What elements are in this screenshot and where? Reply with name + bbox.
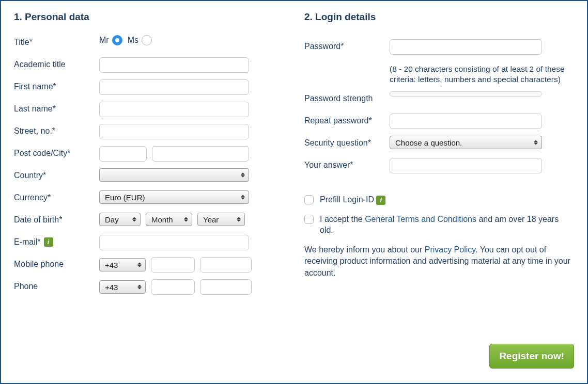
- row-password: Password* (8 - 20 characters consisting …: [304, 39, 574, 85]
- prefill-label-wrap: Prefill Login-ID i: [320, 194, 385, 205]
- dob-month-select[interactable]: Month: [146, 213, 192, 226]
- row-repeat: Repeat password*: [304, 114, 574, 129]
- radio-mr[interactable]: [112, 35, 122, 45]
- radio-mr-item[interactable]: Mr: [99, 35, 122, 45]
- label-mobile: Mobile phone: [14, 257, 99, 269]
- row-firstname: First name*: [14, 79, 284, 95]
- row-currency: Currency* Euro (EUR): [14, 190, 284, 206]
- label-postcity: Post code/City*: [14, 146, 99, 158]
- personal-data-column: 1. Personal data Title* Mr Ms Academic t…: [14, 11, 284, 373]
- radio-ms[interactable]: [142, 35, 152, 45]
- info-icon[interactable]: i: [44, 237, 53, 247]
- label-password: Password*: [304, 39, 390, 51]
- row-strength: Password strength: [304, 91, 574, 107]
- row-title: Title* Mr Ms: [14, 35, 284, 51]
- label-title: Title*: [14, 35, 99, 47]
- section2-heading: 2. Login details: [304, 11, 574, 23]
- register-button[interactable]: Register now!: [489, 344, 574, 369]
- label-dob: Date of birth*: [14, 213, 99, 225]
- phone-cc-select[interactable]: +43: [99, 280, 146, 294]
- label-email: E-mail* i: [14, 235, 99, 247]
- academic-title-input[interactable]: [99, 57, 249, 73]
- country-select[interactable]: [99, 168, 249, 182]
- terms-link[interactable]: General Terms and Conditions: [365, 215, 476, 223]
- phone-area-input[interactable]: [151, 279, 195, 295]
- row-dob: Date of birth* Day Month Year: [14, 213, 284, 228]
- currency-select[interactable]: Euro (EUR): [99, 190, 249, 204]
- label-repeat: Repeat password*: [304, 114, 390, 125]
- repeat-password-input[interactable]: [390, 114, 542, 129]
- label-answer: Your answer*: [304, 158, 390, 170]
- password-input[interactable]: [390, 39, 542, 55]
- row-mobile: Mobile phone +43: [14, 257, 284, 273]
- city-input[interactable]: [152, 146, 249, 162]
- email-input[interactable]: [99, 235, 249, 250]
- label-firstname: First name*: [14, 79, 99, 91]
- row-postcity: Post code/City*: [14, 146, 284, 162]
- mobile-number-input[interactable]: [200, 257, 252, 273]
- firstname-input[interactable]: [99, 79, 249, 95]
- label-academic: Academic title: [14, 57, 99, 69]
- prefill-checkbox[interactable]: [304, 195, 314, 204]
- info-icon[interactable]: i: [376, 196, 385, 205]
- dob-year-select[interactable]: Year: [197, 213, 245, 226]
- mobile-cc-select[interactable]: +43: [99, 258, 146, 271]
- lastname-input[interactable]: [99, 102, 249, 117]
- postcode-input[interactable]: [99, 146, 147, 162]
- dob-day-select[interactable]: Day: [99, 213, 141, 226]
- row-lastname: Last name*: [14, 102, 284, 117]
- row-email: E-mail* i: [14, 235, 284, 250]
- label-currency: Currency*: [14, 190, 99, 202]
- registration-form: 1. Personal data Title* Mr Ms Academic t…: [0, 0, 588, 384]
- radio-ms-item[interactable]: Ms: [128, 35, 152, 45]
- phone-number-input[interactable]: [200, 279, 252, 295]
- label-lastname: Last name*: [14, 102, 99, 114]
- privacy-link[interactable]: Privacy Policy: [425, 245, 475, 254]
- street-input[interactable]: [99, 124, 249, 139]
- title-radio-group: Mr Ms: [99, 35, 284, 45]
- mobile-area-input[interactable]: [151, 257, 195, 273]
- security-question-select[interactable]: Choose a question.: [390, 136, 542, 149]
- label-country: Country*: [14, 168, 99, 180]
- label-security: Security question*: [304, 136, 390, 148]
- answer-input[interactable]: [390, 158, 542, 173]
- row-security: Security question* Choose a question.: [304, 136, 574, 151]
- row-phone: Phone +43: [14, 279, 284, 295]
- row-country: Country*: [14, 168, 284, 184]
- prefill-row: Prefill Login-ID i: [304, 194, 574, 205]
- row-academic: Academic title: [14, 57, 284, 73]
- terms-checkbox[interactable]: [304, 215, 314, 224]
- login-details-column: 2. Login details Password* (8 - 20 chara…: [304, 11, 574, 373]
- radio-ms-label: Ms: [128, 36, 138, 45]
- row-answer: Your answer*: [304, 158, 574, 173]
- label-street: Street, no.*: [14, 124, 99, 136]
- terms-row: I accept the General Terms and Condition…: [304, 214, 574, 236]
- label-phone: Phone: [14, 279, 99, 291]
- prefill-label: Prefill Login-ID: [320, 195, 374, 204]
- terms-label: I accept the General Terms and Condition…: [320, 214, 574, 236]
- label-strength: Password strength: [304, 91, 390, 103]
- radio-mr-label: Mr: [99, 36, 109, 45]
- password-hint: (8 - 20 characters consisting of at leas…: [390, 64, 574, 85]
- privacy-info: We hereby inform you about our Privacy P…: [304, 244, 574, 279]
- row-street: Street, no.*: [14, 124, 284, 139]
- section1-heading: 1. Personal data: [14, 11, 284, 23]
- password-strength-bar: [390, 91, 542, 97]
